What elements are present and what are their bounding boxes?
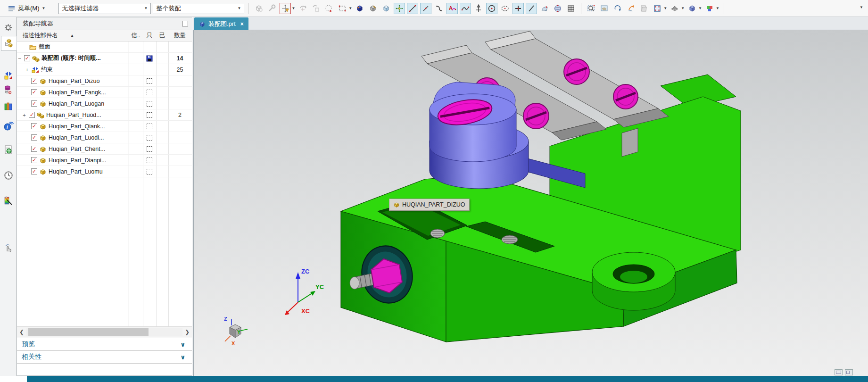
rotate-view-icon[interactable] <box>612 3 623 14</box>
datum-axis-icon[interactable] <box>473 3 484 14</box>
snap-point-icon[interactable] <box>323 3 335 14</box>
tree-row-part[interactable]: ✓ Huqian_Part_Chent... <box>17 143 192 155</box>
rectangle-select-icon[interactable] <box>337 3 348 14</box>
tree-row-part[interactable]: ✓ Huqian_Part_Dianpi... <box>17 155 192 166</box>
collapse-icon[interactable]: − <box>17 56 22 61</box>
studio-spline-icon[interactable]: A <box>446 3 458 14</box>
shaded-arrow-icon[interactable] <box>625 3 637 14</box>
checkbox-checked[interactable]: ✓ <box>31 89 37 95</box>
checkbox-checked[interactable]: ✓ <box>31 100 37 107</box>
clip-section-icon[interactable] <box>704 3 715 14</box>
reference-set-box[interactable] <box>147 146 152 152</box>
chamfer-cube-icon[interactable] <box>367 3 379 14</box>
checkbox-checked[interactable]: ✓ <box>31 168 37 174</box>
transparent-cube-icon[interactable] <box>380 3 392 14</box>
expand-icon[interactable]: + <box>22 112 27 118</box>
render-style-icon[interactable] <box>669 3 680 14</box>
tree-row-constraints[interactable]: + 约束 25 <box>17 64 192 75</box>
selection-filter-dropdown[interactable]: 无选择过滤器▼ <box>58 3 151 14</box>
graphics-viewport[interactable]: ZC YC XC Z Y X HUQIAN_PART_DIZUO <box>193 30 868 376</box>
menu-button[interactable]: 菜单(M) ▼ <box>4 2 50 15</box>
tree-row-part[interactable]: ✓ Huqian_Part_Luodi... <box>17 132 192 143</box>
zoom-window-icon[interactable] <box>586 3 597 14</box>
checkbox-checked[interactable]: ✓ <box>31 146 37 152</box>
settings-gear-icon[interactable] <box>1 20 16 35</box>
sidebar-item-visual-reports[interactable] <box>1 192 16 208</box>
orient-view-icon[interactable] <box>652 3 663 14</box>
viewport-window-icon[interactable] <box>845 369 853 375</box>
section-dependencies[interactable]: 相关性 ∨ <box>17 351 192 364</box>
point-set-icon[interactable] <box>394 3 405 14</box>
rectangle-select-caret[interactable]: ▼ <box>348 7 352 10</box>
assembly-constraints-icon[interactable] <box>253 3 265 14</box>
toolbar-overflow-caret[interactable]: ▼ <box>860 6 863 9</box>
checkbox-checked[interactable]: ✓ <box>29 112 35 118</box>
tree-row-part[interactable]: ✓ Huqian_Part_Fangk... <box>17 87 192 98</box>
panel-maximize-button[interactable] <box>182 21 188 26</box>
tree-row-part[interactable]: ✓ Huqian_Part_Qiank... <box>17 121 192 132</box>
tree-row-subassembly[interactable]: + ✓ Huqian_Part_Huod... 2 <box>17 109 192 121</box>
lattice-grid-icon[interactable] <box>565 3 577 14</box>
sidebar-item-reuse-library[interactable] <box>1 99 16 114</box>
tree-column-header[interactable]: 描述性部件名 ▲ 信.. 只 已 数量 <box>17 30 192 42</box>
chevron-down-icon[interactable]: ∨ <box>180 354 185 361</box>
pan-hand-icon[interactable] <box>599 3 610 14</box>
reference-set-box[interactable] <box>147 158 152 163</box>
selection-scope-dropdown[interactable]: 整个装配▼ <box>153 3 244 14</box>
orient-view-caret[interactable]: ▼ <box>663 7 667 10</box>
component-wrench-icon[interactable] <box>266 3 278 14</box>
reference-set-box[interactable] <box>147 169 152 174</box>
tree-row-assembly[interactable]: − ✓ 装配图 (顺序: 时间顺... 14 <box>17 53 192 64</box>
move-component-icon[interactable] <box>280 3 291 14</box>
checkbox-checked[interactable]: ✓ <box>31 123 37 129</box>
sphere-icon[interactable] <box>552 3 563 14</box>
reference-set-box[interactable] <box>147 90 152 95</box>
expand-icon[interactable]: + <box>25 67 30 73</box>
checkbox-checked[interactable]: ✓ <box>31 134 37 141</box>
line-2-icon[interactable] <box>420 3 431 14</box>
ellipse-icon[interactable] <box>499 3 511 14</box>
point-plus-icon[interactable] <box>513 3 524 14</box>
tab-assembly-part[interactable]: 装配图.prt × <box>194 17 248 30</box>
spline-icon[interactable] <box>460 3 471 14</box>
scroll-right-icon[interactable]: ❯ <box>182 329 192 335</box>
view-cube-caret[interactable]: ▼ <box>698 7 702 10</box>
reference-set-box[interactable] <box>147 124 152 129</box>
circle-icon[interactable] <box>486 3 497 14</box>
checkbox-checked[interactable]: ✓ <box>31 78 37 84</box>
render-style-caret[interactable]: ▼ <box>681 7 685 10</box>
viewport-layout-icon[interactable] <box>835 369 843 375</box>
sidebar-item-history-clock[interactable] <box>1 168 16 183</box>
horizontal-scrollbar[interactable]: ❮ ❯ <box>17 326 192 337</box>
surface-icon[interactable] <box>539 3 550 14</box>
tree-row-sections[interactable]: 截面 <box>17 42 192 53</box>
checkbox-checked[interactable]: ✓ <box>31 157 37 163</box>
sketch-line-icon[interactable] <box>526 3 537 14</box>
sidebar-item-part-navigator[interactable] <box>1 82 16 97</box>
view-cube-icon[interactable] <box>686 3 698 14</box>
move-component-caret[interactable]: ▼ <box>291 7 295 10</box>
reference-set-box[interactable] <box>147 78 152 84</box>
sidebar-item-assembly-navigator[interactable] <box>1 36 17 51</box>
scrollbar-thumb[interactable] <box>28 328 149 336</box>
scroll-left-icon[interactable]: ❮ <box>17 329 26 335</box>
tree-row-part[interactable]: ✓ Huqian_Part_Luomu <box>17 166 192 177</box>
reference-set-box[interactable] <box>147 101 152 107</box>
sheets-icon[interactable] <box>638 3 650 14</box>
checkbox-checked[interactable]: ✓ <box>24 55 30 61</box>
rotate-component-icon[interactable] <box>297 3 308 14</box>
tree-row-part[interactable]: ✓ Huqian_Part_Dizuo <box>17 75 192 87</box>
tree-row-part[interactable]: ✓ Huqian_Part_Luogan <box>17 98 192 109</box>
sidebar-item-constraint-navigator[interactable] <box>1 68 16 83</box>
chevron-down-icon[interactable]: ∨ <box>180 341 185 348</box>
sidebar-item-touch-roles[interactable] <box>1 241 16 256</box>
tab-close-icon[interactable]: × <box>240 21 244 27</box>
section-preview[interactable]: 预览 ∨ <box>17 338 192 351</box>
fillet-arc-icon[interactable] <box>433 3 445 14</box>
reference-set-box[interactable] <box>147 112 152 118</box>
replace-component-icon[interactable] <box>310 3 322 14</box>
sidebar-item-web-document[interactable] <box>1 142 16 158</box>
solid-cube-icon[interactable] <box>354 3 365 14</box>
line-icon[interactable] <box>407 3 418 14</box>
sidebar-item-internet-info[interactable]: i <box>1 119 16 134</box>
